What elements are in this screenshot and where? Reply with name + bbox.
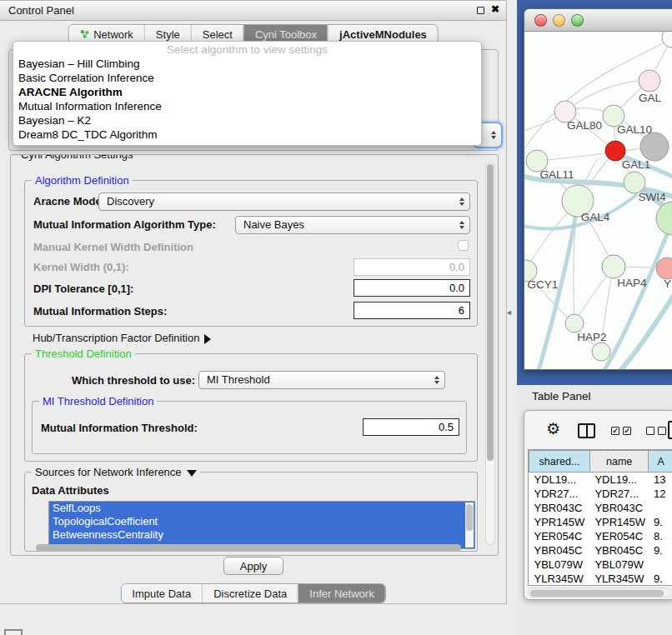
scrollbar-thumb[interactable] [36, 544, 461, 552]
file-icon[interactable] [668, 421, 672, 439]
tab-impute-data[interactable]: Impute Data [121, 584, 202, 602]
table-cell: YPR145W [589, 515, 649, 529]
algorithm-dropdown-popup: Select algorithm to view settings Bayesi… [13, 41, 482, 146]
algorithm-option[interactable]: Bayesian – Hill Climbing [13, 57, 481, 71]
apply-button[interactable]: Apply [223, 557, 283, 575]
network-node-y[interactable] [656, 258, 672, 279]
sources-title[interactable]: Sources for Network Inference [32, 466, 200, 478]
network-canvas[interactable]: GALGAL80GAL10GAL1GAL11SWI4GAL4GCY1HAP4YH… [524, 32, 672, 370]
algorithm-option[interactable]: Dream8 DC_TDC Algorithm [13, 128, 481, 142]
aracne-mode-combobox[interactable]: Discovery [98, 192, 470, 211]
split-pane-collapse-icon[interactable]: ◄ [505, 308, 513, 317]
table-cell: YBL079W [589, 558, 649, 572]
table-horizontal-scrollbar[interactable] [528, 588, 672, 598]
hub-definition-toggle[interactable]: Hub/Transcription Factor Definition [33, 332, 211, 344]
gear-icon[interactable]: ⚙ [546, 419, 560, 438]
which-threshold-value: MI Threshold [207, 373, 270, 386]
table-row[interactable]: YBL079WYBL079W [529, 558, 672, 572]
tab-infer-network[interactable]: Infer Network [298, 584, 384, 602]
table-cell: YBL079W [529, 558, 590, 572]
network-node[interactable] [662, 32, 672, 48]
aracne-mode-value: Discovery [107, 195, 154, 208]
floating-corner-widget[interactable] [4, 629, 23, 635]
settings-vertical-scrollbar[interactable] [485, 162, 495, 545]
algorithm-option[interactable]: Bayesian – K2 [13, 113, 481, 128]
kernel-width-field[interactable]: 0.0 [354, 258, 470, 276]
network-node[interactable] [656, 202, 672, 235]
table-cell: YER054C [589, 529, 649, 543]
table-row[interactable]: YER054CYER054C8. [529, 529, 672, 543]
table-row[interactable]: YDL19...YDL19...13 [529, 472, 672, 487]
tab-discretize-data[interactable]: Discretize Data [202, 584, 298, 602]
network-node-hap2[interactable] [565, 314, 584, 332]
column-header-A[interactable]: A [649, 451, 672, 472]
network-node[interactable] [640, 132, 669, 161]
settings-horizontal-scrollbar[interactable] [36, 544, 461, 552]
kernel-width-label: Kernel Width (0,1): [33, 261, 129, 273]
table-cell: YBR043C [589, 501, 649, 515]
column-header-name[interactable]: name [589, 451, 649, 472]
table-row[interactable]: YPR145WYPR145W9. [529, 515, 672, 529]
column-header-shared[interactable]: shared... [529, 451, 590, 472]
table-cell: 9. [649, 543, 672, 558]
float-window-icon[interactable] [477, 7, 484, 14]
network-view-window: GALGAL80GAL10GAL1GAL11SWI4GAL4GCY1HAP4YH… [524, 8, 672, 370]
mi-steps-field[interactable]: 6 [354, 302, 470, 319]
cyni-algorithm-settings-group: Cyni Algorithm Settings Algorithm Defini… [10, 154, 499, 556]
checked-checkbox-icon[interactable]: ✓ [611, 427, 619, 435]
columns-icon[interactable] [578, 423, 595, 438]
close-traffic-light-icon[interactable] [534, 14, 547, 27]
data-attributes-list: SelfLoopsTopologicalCoefficientBetweenne… [48, 501, 475, 549]
unchecked-checkbox-icon[interactable] [658, 427, 666, 435]
table-row[interactable]: YBR043CYBR043C [529, 501, 672, 515]
node-label: GAL1 [622, 158, 651, 171]
control-panel-window: Control Panel ✖ NetworkStyleSelectCyni T… [0, 0, 507, 604]
which-threshold-combobox[interactable]: MI Threshold [198, 371, 445, 389]
tab-label: Infer Network [309, 588, 374, 600]
tab-label: jActiveMNodules [339, 28, 427, 41]
stepper-arrows-icon [459, 198, 464, 206]
attribute-list-item[interactable]: BetweennessCentrality [49, 528, 474, 542]
table-cell [649, 558, 672, 572]
unchecked-checkbox-icon[interactable] [646, 427, 654, 435]
table-cell: 9. [649, 572, 672, 586]
network-node[interactable] [592, 342, 610, 361]
table-row[interactable]: YDR27...YDR27...12 [529, 487, 672, 501]
table-row[interactable]: YLR345WYLR345W9. [529, 572, 672, 586]
scrollbar-thumb[interactable] [530, 590, 664, 597]
mi-threshold-field[interactable]: 0.5 [363, 418, 459, 436]
zoom-traffic-light-icon[interactable] [571, 14, 584, 27]
table-row[interactable]: YIL052CYIL052C9 [529, 586, 672, 587]
checked-checkbox-icon[interactable]: ✓ [623, 427, 631, 435]
table-row[interactable]: YBR045CYBR045C9. [529, 543, 672, 558]
attribute-list-item[interactable]: SelfLoops [49, 502, 474, 515]
screen: Control Panel ✖ NetworkStyleSelectCyni T… [0, 0, 672, 635]
algorithm-option[interactable]: ARACNE Algorithm [13, 85, 481, 99]
table-cell: 8. [649, 529, 672, 543]
data-attributes-label: Data Attributes [32, 484, 109, 497]
cyni-bottom-tabbar: Impute DataDiscretize DataInfer Network [120, 583, 385, 603]
scrollbar-thumb[interactable] [487, 164, 494, 461]
close-icon[interactable]: ✖ [491, 3, 499, 15]
manual-kernel-checkbox[interactable] [458, 240, 469, 251]
minimize-traffic-light-icon[interactable] [553, 14, 565, 27]
table-cell: 9 [649, 586, 672, 587]
table-cell [649, 501, 672, 515]
table-panel-title: Table Panel [532, 390, 591, 402]
mi-type-combobox[interactable]: Naive Bayes [235, 216, 470, 234]
node-label: GAL10 [617, 123, 652, 136]
network-node-gal[interactable] [639, 70, 660, 92]
network-node-hap4[interactable] [602, 255, 625, 278]
scrollbar-thumb[interactable] [466, 504, 473, 531]
dpi-tolerance-field[interactable]: 0.0 [354, 279, 470, 297]
table-cell: 9. [649, 515, 672, 529]
node-label: SWI4 [638, 191, 665, 203]
attributes-scrollbar[interactable] [465, 502, 474, 548]
algorithm-option[interactable]: Mutual Information Inference [13, 99, 481, 113]
control-panel-titlebar: Control Panel ✖ [0, 1, 506, 21]
attribute-list-item[interactable]: TopologicalCoefficient [49, 515, 474, 528]
network-graph: GALGAL80GAL10GAL1GAL11SWI4GAL4GCY1HAP4YH… [524, 32, 672, 370]
table-cell: YBR045C [529, 543, 590, 558]
network-window-titlebar[interactable] [524, 9, 672, 32]
algorithm-option[interactable]: Basic Correlation Inference [13, 71, 481, 85]
